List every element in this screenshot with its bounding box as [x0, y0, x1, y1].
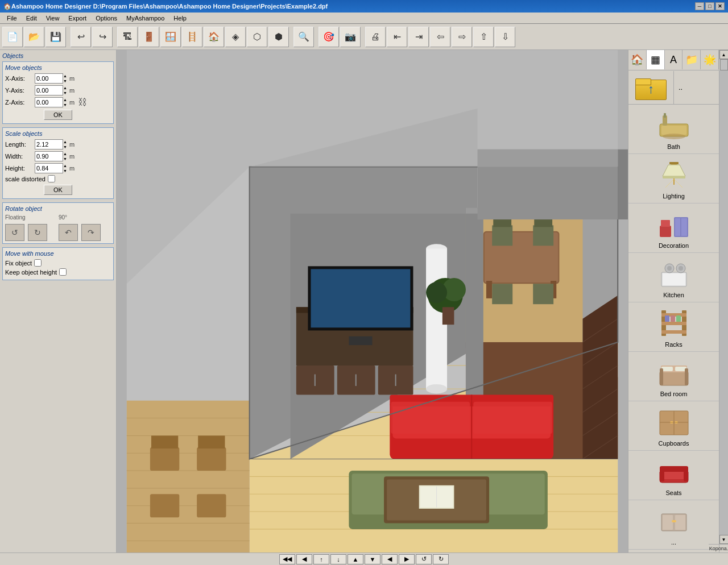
width-input[interactable]: [35, 151, 63, 161]
height-down[interactable]: ▼: [63, 168, 67, 173]
xaxis-up[interactable]: ▲: [63, 73, 67, 78]
toolbar-print[interactable]: 🖨: [365, 27, 386, 47]
yaxis-down[interactable]: ▼: [63, 90, 67, 95]
toolbar-obj3[interactable]: ⬢: [268, 27, 289, 47]
toolbar-undo[interactable]: ↩: [71, 27, 91, 47]
toolbar-save[interactable]: 💾: [46, 27, 66, 47]
length-up[interactable]: ▲: [63, 139, 67, 144]
width-spinner[interactable]: ▲ ▼: [63, 151, 67, 161]
rotate-90-left-icon[interactable]: ↶: [59, 224, 78, 241]
view-icon-2[interactable]: ▦: [647, 50, 665, 69]
toolbar-camera[interactable]: 📷: [340, 27, 361, 47]
toolbar-redo[interactable]: ↪: [92, 27, 113, 47]
toolbar-new[interactable]: 📄: [2, 27, 23, 47]
category-lighting[interactable]: Lighting: [628, 154, 719, 203]
rotate-object-group: Rotate object Floating ↺ ↻ 90° ↶ ↷: [2, 202, 114, 244]
toolbar-doors[interactable]: 🚪: [139, 27, 159, 47]
menu-options[interactable]: Options: [91, 14, 122, 23]
menu-myashampoo[interactable]: MyAshampoo: [122, 14, 169, 23]
scroll-track[interactable]: [719, 70, 729, 535]
toolbar-search[interactable]: 🔍: [293, 27, 314, 47]
nav-right[interactable]: ▶: [399, 554, 415, 564]
rotate-90-right-icon[interactable]: ↷: [81, 224, 101, 241]
menu-help[interactable]: Help: [169, 14, 191, 23]
toolbar-nav4[interactable]: ⇨: [452, 27, 472, 47]
view-icon-5[interactable]: 🌟: [701, 50, 719, 69]
xaxis-spinner[interactable]: ▲ ▼: [63, 73, 67, 84]
toolbar-open[interactable]: 📂: [24, 27, 44, 47]
category-seats[interactable]: Seats: [628, 451, 719, 500]
toolbar-windows[interactable]: 🪟: [160, 27, 181, 47]
scale-ok-button[interactable]: OK: [44, 185, 72, 195]
rotate-right-icon[interactable]: ↻: [28, 224, 47, 241]
center-3d-view[interactable]: [117, 50, 628, 552]
length-input[interactable]: [35, 139, 63, 149]
nav-back[interactable]: ◀: [296, 554, 312, 564]
minimize-button[interactable]: ─: [695, 2, 704, 10]
maximize-button[interactable]: □: [705, 2, 714, 10]
scale-distorted-checkbox[interactable]: [48, 175, 55, 182]
height-input[interactable]: [35, 163, 63, 173]
rotate-left-icon[interactable]: ↺: [5, 224, 24, 241]
nav-zoom-out[interactable]: ▼: [365, 554, 380, 564]
menu-export[interactable]: Export: [64, 14, 91, 23]
toolbar-nav1[interactable]: ⇤: [387, 27, 407, 47]
keep-height-checkbox[interactable]: [59, 268, 67, 276]
category-racks[interactable]: Racks: [628, 302, 719, 352]
toolbar-walls[interactable]: 🏗: [117, 27, 138, 47]
scroll-down-button[interactable]: ▼: [719, 535, 729, 544]
view-icon-3[interactable]: A: [665, 50, 683, 69]
zaxis-spinner[interactable]: ▲ ▼: [63, 97, 67, 107]
toolbar-obj2[interactable]: ⬡: [247, 27, 267, 47]
category-bath[interactable]: Bath: [628, 105, 719, 154]
toolbar-roof[interactable]: 🏠: [204, 27, 224, 47]
zaxis-down[interactable]: ▼: [63, 102, 67, 107]
xaxis-input[interactable]: [35, 73, 63, 84]
folder-parent-dots[interactable]: ..: [674, 78, 687, 96]
nav-down[interactable]: ↓: [330, 554, 346, 564]
move-ok-button[interactable]: OK: [44, 110, 72, 120]
scroll-up-button[interactable]: ▲: [719, 50, 729, 59]
toolbar-nav3[interactable]: ⇦: [430, 27, 450, 47]
category-decoration[interactable]: Decoration: [628, 203, 719, 253]
nav-up[interactable]: ↑: [313, 554, 329, 564]
fix-object-checkbox[interactable]: [34, 259, 42, 267]
xaxis-down[interactable]: ▼: [63, 78, 67, 84]
toolbar-stairs[interactable]: 🪜: [182, 27, 202, 47]
category-more[interactable]: ...: [628, 500, 719, 550]
toolbar-nav5[interactable]: ⇧: [473, 27, 494, 47]
toolbar-3d[interactable]: 🎯: [318, 27, 339, 47]
height-up[interactable]: ▲: [63, 163, 67, 168]
length-spinner[interactable]: ▲ ▼: [63, 139, 67, 149]
category-cupboards[interactable]: Cupboards: [628, 401, 719, 451]
category-kitchen[interactable]: Kitchen: [628, 253, 719, 302]
width-down[interactable]: ▼: [63, 156, 67, 161]
yaxis-spinner[interactable]: ▲ ▼: [63, 85, 67, 95]
view-icon-1[interactable]: 🏠: [628, 50, 647, 69]
folder-up-button[interactable]: ↑: [628, 71, 674, 104]
yaxis-input[interactable]: [35, 85, 63, 95]
toolbar-obj1[interactable]: ◈: [225, 27, 246, 47]
menu-file[interactable]: File: [2, 14, 22, 23]
menu-view[interactable]: View: [42, 14, 64, 23]
width-up[interactable]: ▲: [63, 151, 67, 156]
length-down[interactable]: ▼: [63, 144, 67, 149]
nav-rotate-right[interactable]: ↻: [433, 554, 449, 564]
nav-back-back[interactable]: ◀◀: [279, 554, 295, 564]
toolbar-nav2[interactable]: ⇥: [408, 27, 429, 47]
yaxis-up[interactable]: ▲: [63, 85, 67, 90]
zaxis-input[interactable]: [35, 97, 63, 107]
view-icon-4[interactable]: 📁: [682, 50, 701, 69]
toolbar-nav6[interactable]: ⇩: [495, 27, 515, 47]
nav-left[interactable]: ◀: [382, 554, 398, 564]
nav-zoom-in[interactable]: ▲: [348, 554, 363, 564]
menu-edit[interactable]: Edit: [22, 14, 42, 23]
width-unit: m: [69, 153, 75, 160]
height-spinner[interactable]: ▲ ▼: [63, 163, 67, 173]
scroll-thumb[interactable]: [720, 59, 728, 70]
category-bedroom[interactable]: Bed room: [628, 352, 719, 401]
close-button[interactable]: ✕: [715, 2, 725, 10]
nav-rotate-left[interactable]: ↺: [416, 554, 432, 564]
bedroom-label: Bed room: [660, 390, 688, 397]
zaxis-up[interactable]: ▲: [63, 97, 67, 102]
